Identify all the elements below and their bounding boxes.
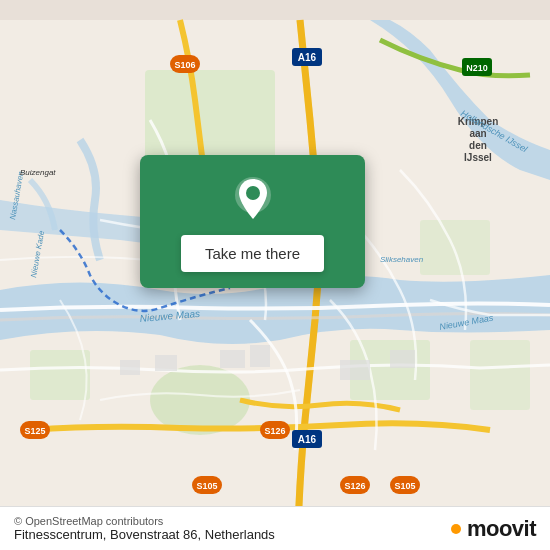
svg-text:IJssel: IJssel [464, 152, 492, 163]
svg-text:S106: S106 [174, 60, 195, 70]
popup-card: Take me there [140, 155, 365, 288]
svg-rect-39 [390, 350, 415, 368]
svg-point-4 [150, 365, 250, 435]
svg-text:den: den [469, 140, 487, 151]
svg-rect-5 [420, 220, 490, 275]
svg-text:Sliksehaven: Sliksehaven [380, 255, 424, 264]
svg-rect-40 [120, 360, 140, 375]
take-me-there-button[interactable]: Take me there [181, 235, 324, 272]
moovit-logo: moovit [451, 516, 536, 542]
svg-text:N210: N210 [466, 63, 488, 73]
svg-rect-37 [250, 345, 270, 367]
svg-rect-38 [340, 360, 370, 380]
copyright-text: © OpenStreetMap contributors [14, 515, 275, 527]
svg-rect-41 [155, 355, 177, 371]
svg-text:Buizengat: Buizengat [20, 168, 56, 177]
svg-rect-36 [220, 350, 245, 368]
svg-text:S105: S105 [394, 481, 415, 491]
moovit-dot-icon [451, 524, 461, 534]
svg-text:S126: S126 [264, 426, 285, 436]
svg-point-43 [246, 186, 260, 200]
footer-bar: © OpenStreetMap contributors Fitnesscent… [0, 506, 550, 550]
svg-text:S125: S125 [24, 426, 45, 436]
svg-rect-3 [30, 350, 90, 400]
svg-rect-6 [470, 340, 530, 410]
footer-info: © OpenStreetMap contributors Fitnesscent… [14, 515, 275, 542]
moovit-brand-text: moovit [467, 516, 536, 542]
svg-text:A16: A16 [298, 434, 317, 445]
svg-text:S105: S105 [196, 481, 217, 491]
address-text: Fitnesscentrum, Bovenstraat 86, Netherla… [14, 527, 275, 542]
svg-text:A16: A16 [298, 52, 317, 63]
map-container: A16 A16 S106 S125 S105 S105 S126 S126 N2… [0, 0, 550, 550]
svg-text:S126: S126 [344, 481, 365, 491]
location-pin-icon [229, 175, 277, 223]
